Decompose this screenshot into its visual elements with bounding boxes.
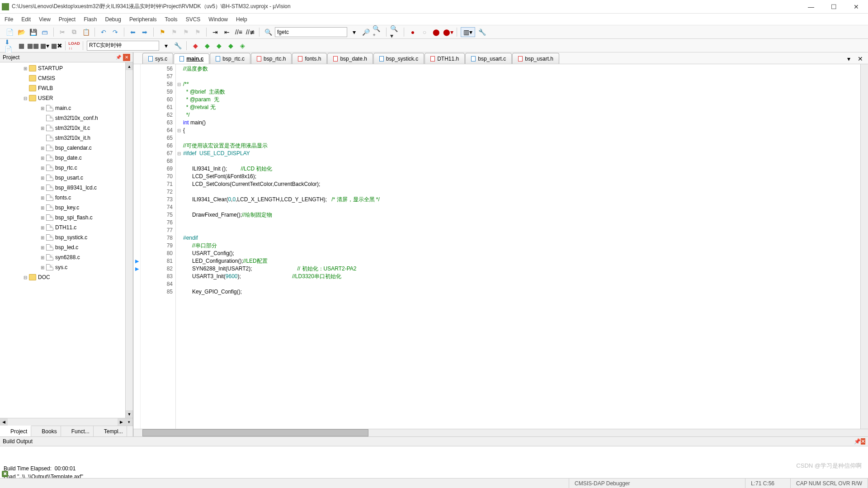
- code-editor[interactable]: ▶▶ 5657585960616263646566676869707172737…: [133, 64, 868, 429]
- file-bsp_ili9341_lcd-c[interactable]: ⊞bsp_ili9341_lcd.c: [0, 183, 133, 193]
- output-close-icon[interactable]: ✕: [861, 438, 865, 445]
- file-DTH11-c[interactable]: ⊞DTH11.c: [0, 223, 133, 232]
- file-fonts-c[interactable]: ⊞fonts.c: [0, 193, 133, 203]
- filetab-bsp_usart-c[interactable]: bsp_usart.c: [465, 53, 512, 64]
- target-dropdown-icon[interactable]: ▾: [161, 41, 171, 51]
- folder-doc[interactable]: ⊟DOC: [0, 272, 133, 282]
- find-icon[interactable]: 🔍: [263, 27, 273, 37]
- folder-cmsis[interactable]: CMSIS: [0, 73, 133, 83]
- filetab-fonts-h[interactable]: fonts.h: [292, 53, 327, 64]
- undo-icon[interactable]: ↶: [99, 27, 108, 37]
- rebuild-icon[interactable]: ▦▦: [28, 41, 38, 51]
- editor-hscroll[interactable]: [133, 429, 868, 436]
- nav-fwd-icon[interactable]: ➡: [140, 27, 150, 37]
- filetab-DTH11-h[interactable]: DTH11.h: [425, 53, 465, 64]
- filetab-bsp_systick-c[interactable]: bsp_systick.c: [373, 53, 424, 64]
- panel-tab-project[interactable]: Project: [0, 426, 31, 436]
- scroll-up-icon[interactable]: ▲: [126, 62, 133, 70]
- uncomment-icon[interactable]: //≢: [245, 27, 255, 37]
- minimize-button[interactable]: —: [806, 3, 816, 10]
- file-bsp_led-c[interactable]: ⊞bsp_led.c: [0, 242, 133, 252]
- file-bsp_date-c[interactable]: ⊞bsp_date.c: [0, 153, 133, 163]
- folder-user[interactable]: ⊟USER: [0, 93, 133, 103]
- bookmark-icon[interactable]: ⚑: [157, 27, 167, 37]
- save-all-icon[interactable]: 🗃: [40, 27, 50, 37]
- file-main-c[interactable]: ⊞main.c: [0, 103, 133, 113]
- search-dropdown-icon[interactable]: ▾: [349, 27, 359, 37]
- file-bsp_rtc-c[interactable]: ⊞bsp_rtc.c: [0, 163, 133, 173]
- filetab-sys-c[interactable]: sys.c: [142, 53, 173, 64]
- hscroll-right-icon[interactable]: ▶: [118, 418, 125, 426]
- folder-startup[interactable]: ⊞STARTUP: [0, 63, 133, 73]
- debug-start-icon[interactable]: 🔍▾: [390, 27, 400, 37]
- file-bsp_spi_flash-c[interactable]: ⊞bsp_spi_flash.c: [0, 213, 133, 223]
- copy-icon[interactable]: ⧉: [69, 27, 79, 37]
- panel-close-icon[interactable]: ✕: [123, 54, 130, 61]
- menu-help[interactable]: Help: [236, 16, 247, 23]
- panel-tab-funct[interactable]: Funct...: [61, 426, 94, 436]
- search-input[interactable]: [275, 27, 347, 37]
- file-bsp_calendar-c[interactable]: ⊞bsp_calendar.c: [0, 143, 133, 153]
- file-stm32f10x_it-c[interactable]: ⊞stm32f10x_it.c: [0, 123, 133, 133]
- file-sys-c[interactable]: ⊞sys.c: [0, 262, 133, 272]
- output-body[interactable]: ✖ Build Time Elapsed: 00:00:01Load "..\\…: [0, 446, 868, 478]
- tree-scrollbar[interactable]: ▲ ▼: [125, 62, 133, 418]
- folder-fwlb[interactable]: FWLB: [0, 83, 133, 93]
- menu-window[interactable]: Window: [208, 16, 228, 23]
- target-select[interactable]: [87, 41, 159, 51]
- menu-debug[interactable]: Debug: [105, 16, 121, 23]
- close-button[interactable]: ✕: [851, 3, 862, 10]
- menu-peripherals[interactable]: Peripherals: [129, 16, 157, 23]
- hscroll-left-icon[interactable]: ◀: [0, 418, 8, 426]
- target-options-icon[interactable]: 🔧: [173, 41, 183, 51]
- tabs-menu-icon[interactable]: ▾: [844, 54, 854, 64]
- translate-icon[interactable]: ⬇📄: [5, 41, 14, 51]
- menu-svcs[interactable]: SVCS: [186, 16, 201, 23]
- paste-icon[interactable]: 📋: [81, 27, 91, 37]
- file-stm32f10x_conf-h[interactable]: stm32f10x_conf.h: [0, 113, 133, 123]
- bookmark-prev-icon[interactable]: ⚑: [169, 27, 179, 37]
- panel-tab-books[interactable]: Books: [31, 426, 61, 436]
- filetab-main-c[interactable]: main.c: [174, 53, 209, 64]
- pin-icon[interactable]: 📌: [115, 54, 122, 61]
- tabs-close-icon[interactable]: ✕: [855, 54, 865, 64]
- manage-icon[interactable]: ◆: [190, 41, 200, 51]
- bookmark-next-icon[interactable]: ⚑: [181, 27, 191, 37]
- filetab-bsp_usart-h[interactable]: bsp_usart.h: [512, 53, 559, 64]
- file-stm32f10x_it-h[interactable]: stm32f10x_it.h: [0, 133, 133, 143]
- packs-icon[interactable]: ◈: [237, 41, 247, 51]
- download-icon[interactable]: LOAD↓↓: [69, 41, 79, 51]
- nav-back-icon[interactable]: ⬅: [128, 27, 138, 37]
- file-syn6288-c[interactable]: ⊞syn6288.c: [0, 252, 133, 262]
- project-tree[interactable]: ⊞STARTUPCMSISFWLB⊟USER⊞main.cstm32f10x_c…: [0, 62, 133, 418]
- source-text[interactable]: //温度参数/** * @brief 主函数 * @param 无 * @ret…: [182, 64, 860, 429]
- menu-project[interactable]: Project: [59, 16, 75, 23]
- output-pin-icon[interactable]: 📌: [854, 438, 861, 445]
- comment-icon[interactable]: //≡: [234, 27, 244, 37]
- filetab-bsp_date-h[interactable]: bsp_date.h: [327, 53, 373, 64]
- find-in-files-icon[interactable]: 🔎: [361, 27, 371, 37]
- hscroll-menu-icon[interactable]: ▾: [125, 418, 133, 426]
- tree-hscroll[interactable]: ◀ ▶ ▾: [0, 418, 133, 426]
- menu-edit[interactable]: Edit: [21, 16, 31, 23]
- open-file-icon[interactable]: 📂: [16, 27, 26, 37]
- file-bsp_key-c[interactable]: ⊞bsp_key.c: [0, 203, 133, 213]
- panel-tab-templ[interactable]: Templ...: [94, 426, 127, 436]
- record-icon[interactable]: ●: [408, 27, 418, 37]
- maximize-button[interactable]: ☐: [828, 3, 839, 10]
- manage3-icon[interactable]: ◆: [214, 41, 224, 51]
- save-icon[interactable]: 💾: [28, 27, 38, 37]
- filetab-bsp_rtc-c[interactable]: bsp_rtc.c: [210, 53, 250, 64]
- incremental-find-icon[interactable]: 🔍⁺: [373, 27, 382, 37]
- menu-view[interactable]: View: [39, 16, 51, 23]
- window-layout-icon[interactable]: ▥▾: [461, 27, 475, 37]
- stop-build-icon[interactable]: ▦✖: [52, 41, 61, 51]
- scroll-down-icon[interactable]: ▼: [126, 410, 133, 418]
- editor-vscroll[interactable]: [860, 64, 868, 429]
- batch-build-icon[interactable]: ▦▾: [40, 41, 50, 51]
- manage4-icon[interactable]: ◆: [226, 41, 236, 51]
- indent-icon[interactable]: ⇥: [210, 27, 220, 37]
- breakpoint-icon[interactable]: ⬤: [431, 27, 441, 37]
- file-bsp_usart-c[interactable]: ⊞bsp_usart.c: [0, 173, 133, 183]
- outdent-icon[interactable]: ⇤: [222, 27, 232, 37]
